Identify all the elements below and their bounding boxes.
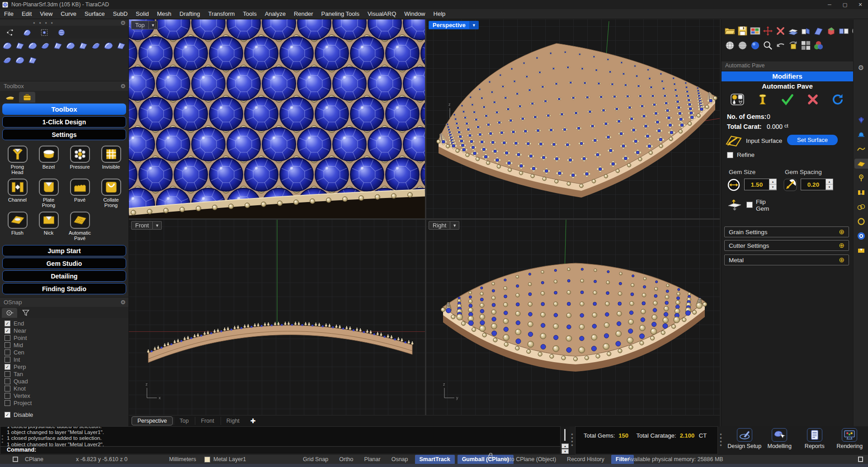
menu-item[interactable]: View	[36, 9, 57, 18]
toolbar-icon[interactable]	[775, 40, 786, 51]
tool-button[interactable]: Nick	[33, 212, 64, 241]
toolbar-icon[interactable]	[762, 25, 774, 37]
checkbox[interactable]: ✓	[5, 321, 10, 326]
checkbox[interactable]	[727, 152, 733, 158]
osnap-snap-tab[interactable]	[2, 308, 17, 318]
tool-button[interactable]: Pressure	[64, 146, 95, 175]
close-button[interactable]: ✕	[853, 0, 868, 9]
checkbox[interactable]	[5, 349, 10, 355]
checkbox[interactable]	[5, 335, 10, 341]
ring-slice-tab[interactable]	[2, 92, 18, 103]
strip-tool-icon[interactable]	[856, 173, 866, 183]
statusbar-toggle[interactable]: Record History	[561, 455, 610, 464]
surface-tool-icon[interactable]	[26, 54, 39, 66]
set-surface-button[interactable]: Set Surface	[787, 135, 838, 145]
strip-tool-icon[interactable]	[856, 217, 866, 226]
dock-tab[interactable]	[19, 27, 35, 38]
osnap-item[interactable]: ✓ Near	[0, 327, 128, 334]
expand-icon[interactable]: ⊕	[839, 228, 844, 236]
toolbar-icon[interactable]	[750, 25, 761, 37]
dock-tab[interactable]	[36, 27, 52, 38]
osnap-item[interactable]: Point	[0, 334, 128, 341]
minimize-button[interactable]: ─	[822, 0, 837, 9]
toolbar-icon[interactable]	[813, 25, 824, 37]
chevron-down-icon[interactable]: ▼	[470, 21, 479, 29]
metal-section[interactable]: Metal⊕	[724, 255, 849, 265]
osnap-item[interactable]: Int	[0, 356, 128, 363]
front-viewport-canvas[interactable]	[129, 220, 425, 415]
gem-size-input[interactable]: 1.50	[744, 179, 769, 190]
checkbox[interactable]	[5, 393, 10, 399]
menu-item[interactable]: VisualARQ	[363, 9, 400, 18]
statusbar-toggle[interactable]: Osnap	[386, 455, 414, 464]
surface-tool-icon[interactable]	[90, 39, 102, 52]
drag-dots-icon[interactable]: ●●●●	[720, 433, 722, 447]
menu-item[interactable]: Tools	[239, 9, 260, 18]
osnap-item[interactable]: Tan	[0, 370, 128, 377]
expand-icon[interactable]: ⊕	[839, 256, 844, 264]
viewport-perspective-label[interactable]: Perspective ▼	[429, 21, 479, 29]
spinner-buttons[interactable]: ▲▼	[769, 179, 777, 190]
osnap-item[interactable]: Cen	[0, 349, 128, 356]
statusbar-toggle[interactable]: SmartTrack	[415, 455, 455, 464]
osnap-filter-tab[interactable]	[18, 308, 33, 318]
pave-action-icon[interactable]	[781, 93, 794, 106]
viewport-tab[interactable]: Top	[174, 417, 194, 425]
dock-handle[interactable]: ● ● ● ● ⚙	[0, 19, 128, 26]
surface-tool-icon[interactable]	[64, 39, 77, 52]
tool-button[interactable]: Flush	[2, 212, 33, 241]
tool-button[interactable]: Bezel	[33, 146, 64, 175]
menu-item[interactable]: Analyze	[261, 9, 290, 18]
workflow-button[interactable]: Modelling	[762, 428, 797, 454]
spinner-buttons[interactable]: ▲▼	[826, 179, 833, 190]
studio-nav-button[interactable]: Gem Studio	[2, 258, 126, 269]
menu-item[interactable]: Surface	[80, 9, 109, 18]
osnap-item[interactable]: Vertex	[0, 392, 128, 399]
expand-icon[interactable]: ⊕	[839, 241, 844, 250]
toolbox-header-button[interactable]: Toolbox	[2, 104, 126, 115]
tool-button[interactable]: Pavé	[64, 179, 95, 208]
chevron-down-icon[interactable]: ▼	[153, 221, 162, 230]
cplane-button[interactable]: CPlane	[25, 455, 43, 464]
toolbox-nav-button[interactable]: Settings	[2, 129, 126, 140]
maximize-button[interactable]: ▢	[837, 0, 853, 9]
current-layer-button[interactable]: Metal Layer1	[213, 455, 246, 464]
surface-tool-icon[interactable]	[102, 39, 115, 52]
workflow-button[interactable]: Rendering	[832, 428, 868, 454]
menu-item[interactable]: Transform	[204, 9, 239, 18]
gem-spacing-input[interactable]: 0.20	[801, 179, 826, 190]
units-button[interactable]: Millimeters	[169, 455, 196, 464]
checkbox[interactable]	[5, 400, 10, 406]
strip-tool-icon[interactable]	[856, 115, 866, 125]
chevron-down-icon[interactable]: ▼	[149, 21, 158, 29]
surface-tool-icon[interactable]	[1, 54, 14, 66]
pave-action-icon[interactable]	[731, 93, 744, 106]
statusbar-toggle[interactable]: Planar	[359, 455, 386, 464]
surface-tool-icon[interactable]	[26, 39, 39, 52]
osnap-item[interactable]: ✓ Perp	[0, 363, 128, 370]
checkbox[interactable]	[5, 371, 10, 377]
tool-button[interactable]: Automatic Pavé	[64, 212, 95, 241]
toolbar-icon[interactable]	[737, 40, 748, 51]
surface-tool-icon[interactable]	[14, 54, 26, 66]
grain-settings-section[interactable]: Grain Settings⊕	[724, 226, 849, 237]
toolbar-icon[interactable]	[838, 25, 849, 37]
pave-action-icon[interactable]	[756, 93, 769, 106]
viewport-perspective[interactable]: Perspective ▼	[426, 19, 720, 218]
gem-spacing-stepper[interactable]: 0.20 ▲▼	[801, 179, 833, 190]
command-prompt[interactable]: Command:	[0, 446, 560, 454]
menu-item[interactable]: Help	[429, 9, 450, 18]
toolbar-icon[interactable]	[800, 40, 811, 51]
strip-tool-icon[interactable]	[856, 130, 866, 140]
selection-box-icon[interactable]	[13, 457, 18, 462]
osnap-disable[interactable]: ✓ Disable	[0, 411, 128, 418]
osnap-item[interactable]: Quad	[0, 377, 128, 385]
studio-nav-button[interactable]: Finding Studio	[2, 283, 126, 294]
statusbar-toggle[interactable]: Auto CPlane (Object)	[497, 455, 561, 464]
scroll-down-button[interactable]: ▼	[561, 449, 569, 454]
dock-tab[interactable]	[2, 27, 18, 38]
viewport-right[interactable]: Right ▼	[426, 220, 720, 415]
strip-tool-icon[interactable]	[854, 159, 868, 169]
viewport-front-label[interactable]: Front ▼	[131, 221, 162, 230]
statusbar-toggle[interactable]: Ortho	[334, 455, 359, 464]
